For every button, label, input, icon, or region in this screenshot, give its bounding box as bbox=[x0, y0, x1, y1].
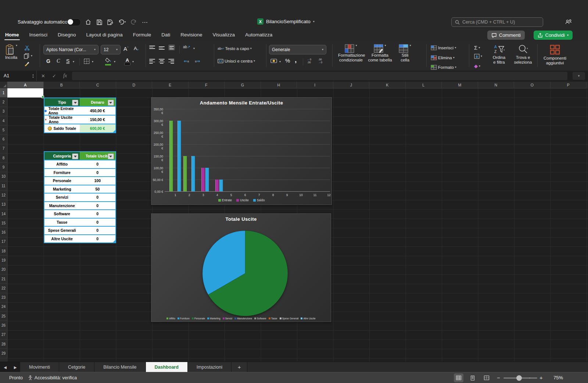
row-header-26[interactable]: 26 bbox=[0, 321, 7, 330]
row-header-4[interactable]: 4 bbox=[0, 116, 7, 125]
zoom-out-icon[interactable]: − bbox=[497, 375, 500, 381]
align-bottom-icon[interactable] bbox=[168, 45, 175, 50]
font-name-select[interactable]: Aptos Narrow (Cor...▾ bbox=[43, 45, 98, 54]
paste-button[interactable]: ▾ Incolla bbox=[5, 44, 17, 60]
row-header-10[interactable]: 10 bbox=[0, 172, 7, 181]
page-layout-view-icon[interactable] bbox=[468, 373, 477, 382]
table-resize-grip[interactable] bbox=[113, 240, 115, 242]
borders-icon[interactable] bbox=[84, 58, 90, 65]
underline-chevron-icon[interactable]: ▾ bbox=[73, 60, 74, 63]
row-header-21[interactable]: 21 bbox=[0, 274, 7, 284]
ribbon-tab-visualizza[interactable]: Visualizza bbox=[212, 29, 235, 40]
align-middle-icon[interactable] bbox=[159, 46, 165, 50]
align-right-icon[interactable] bbox=[168, 59, 174, 64]
increase-font-icon[interactable]: A^ bbox=[123, 46, 129, 52]
formula-bar-expand-icon[interactable]: ▼ bbox=[573, 72, 585, 80]
fill-color-chevron-icon[interactable]: ▾ bbox=[114, 60, 115, 63]
clear-icon[interactable]: ◆▾ bbox=[474, 63, 480, 69]
fill-color-icon[interactable] bbox=[105, 58, 111, 65]
column-header-N[interactable]: N bbox=[478, 82, 514, 88]
column-header-J[interactable]: J bbox=[333, 82, 370, 88]
document-title[interactable]: X BilancioSemplificato ▾ bbox=[257, 18, 315, 25]
row-header-14[interactable]: 14 bbox=[0, 209, 7, 219]
row-header-16[interactable]: 16 bbox=[0, 228, 7, 237]
row-header-13[interactable]: 13 bbox=[0, 200, 7, 209]
save-icon[interactable] bbox=[95, 18, 104, 26]
page-break-view-icon[interactable] bbox=[482, 373, 491, 382]
copy-icon[interactable]: ▾ bbox=[24, 53, 29, 60]
row-header-27[interactable]: 27 bbox=[0, 330, 7, 340]
row-header-25[interactable]: 25 bbox=[0, 312, 7, 321]
ribbon-tab-home[interactable]: Home bbox=[5, 29, 19, 40]
insert-function-icon[interactable]: fx bbox=[63, 71, 67, 81]
cancel-icon[interactable]: ✕ bbox=[41, 71, 45, 81]
column-header-F[interactable]: F bbox=[189, 82, 225, 88]
column-header-M[interactable]: M bbox=[442, 82, 478, 88]
column-header-O[interactable]: O bbox=[514, 82, 551, 88]
increase-decimal-icon[interactable]: ←0.00 bbox=[307, 58, 311, 64]
ribbon-tab-formule[interactable]: Formule bbox=[133, 29, 151, 40]
zoom-slider-knob[interactable] bbox=[516, 375, 522, 381]
filter-dropdown-icon[interactable] bbox=[108, 100, 114, 106]
addins-button[interactable]: Componentiaggiuntivi bbox=[541, 44, 569, 65]
redo-icon[interactable] bbox=[129, 18, 138, 26]
name-box[interactable]: A1 ▲▼ bbox=[0, 71, 37, 81]
autosave-toggle[interactable] bbox=[67, 18, 81, 26]
cell-styles-button[interactable]: ▾ Stilicella bbox=[395, 44, 415, 63]
filter-dropdown-icon[interactable] bbox=[72, 153, 78, 159]
fill-down-icon[interactable]: ▾ bbox=[474, 54, 482, 59]
accessibility-status[interactable]: Accessibilità: verifica bbox=[28, 375, 77, 380]
row-header-15[interactable]: 15 bbox=[0, 219, 7, 228]
row-header-8[interactable]: 8 bbox=[0, 153, 7, 163]
delete-cells-button[interactable]: Elimina ▾ bbox=[431, 55, 455, 60]
column-header-P[interactable]: P bbox=[551, 82, 587, 88]
more-options-icon[interactable]: ⋯ bbox=[140, 18, 149, 26]
insert-cells-button[interactable]: Inserisci ▾ bbox=[431, 45, 456, 50]
next-sheet-icon[interactable]: ▶ bbox=[10, 362, 20, 372]
prev-sheet-icon[interactable]: ◀ bbox=[0, 362, 10, 372]
row-header-20[interactable]: 20 bbox=[0, 265, 7, 274]
selected-cell-a1[interactable] bbox=[7, 88, 43, 97]
orientation-icon[interactable]: ab↗ bbox=[183, 45, 190, 49]
row-header-22[interactable]: 22 bbox=[0, 284, 7, 293]
column-header-E[interactable]: E bbox=[152, 82, 189, 88]
decrease-decimal-icon[interactable]: .00→0 bbox=[318, 58, 322, 64]
column-header-I[interactable]: I bbox=[297, 82, 333, 88]
row-header-17[interactable]: 17 bbox=[0, 237, 7, 247]
formula-input[interactable] bbox=[72, 72, 567, 80]
column-header-D[interactable]: D bbox=[116, 82, 153, 88]
percent-icon[interactable]: % bbox=[285, 57, 290, 64]
format-cells-button[interactable]: Formato ▾ bbox=[431, 65, 456, 70]
sheet-tab-movimenti[interactable]: Movimenti bbox=[20, 362, 59, 372]
comments-button[interactable]: Commenti bbox=[487, 31, 525, 40]
row-header-3[interactable]: 3 bbox=[0, 107, 7, 116]
row-header-28[interactable]: 28 bbox=[0, 340, 7, 349]
share-button[interactable]: Condividi ▾ bbox=[534, 31, 573, 40]
ribbon-tab-automatizza[interactable]: Automatizza bbox=[245, 29, 272, 40]
font-color-chevron-icon[interactable]: ▾ bbox=[132, 60, 134, 63]
zoom-level[interactable]: 75% bbox=[553, 375, 563, 380]
orientation-chevron-icon[interactable]: ▾ bbox=[193, 47, 195, 50]
row-header-7[interactable]: 7 bbox=[0, 144, 7, 153]
row-header-12[interactable]: 12 bbox=[0, 191, 7, 200]
merge-center-button[interactable]: Unisci e centra ▾ bbox=[218, 59, 255, 63]
wrap-text-button[interactable]: ab↩ Testo a capo ▾ bbox=[218, 46, 252, 51]
font-size-select[interactable]: 12▾ bbox=[101, 45, 121, 54]
row-headers[interactable]: 1234567891011121314151617181920212223242… bbox=[0, 88, 7, 362]
format-as-table-button[interactable]: ▾ Formattacome tabella bbox=[368, 44, 392, 63]
conditional-formatting-button[interactable]: ▾ Formattazionecondizionale bbox=[338, 44, 364, 63]
italic-button[interactable]: C bbox=[57, 58, 60, 64]
comma-style-icon[interactable]: , bbox=[295, 56, 297, 64]
sheet-tab-impostazioni[interactable]: Impostazioni bbox=[188, 362, 232, 372]
ribbon-tab-dati[interactable]: Dati bbox=[161, 29, 170, 40]
home-icon[interactable] bbox=[84, 18, 93, 26]
row-header-5[interactable]: 5 bbox=[0, 125, 7, 135]
find-select-button[interactable]: ▾ Trova eseleziona bbox=[512, 44, 534, 65]
currency-format-icon[interactable] bbox=[270, 58, 277, 64]
column-header-C[interactable]: C bbox=[80, 82, 116, 88]
font-color-icon[interactable]: A bbox=[124, 57, 130, 65]
column-headers[interactable]: ABCDEFGHIJKLMNOP bbox=[7, 82, 588, 88]
row-header-1[interactable]: 1 bbox=[0, 88, 7, 97]
currency-chevron-icon[interactable]: ▾ bbox=[279, 60, 281, 63]
row-header-18[interactable]: 18 bbox=[0, 247, 7, 256]
